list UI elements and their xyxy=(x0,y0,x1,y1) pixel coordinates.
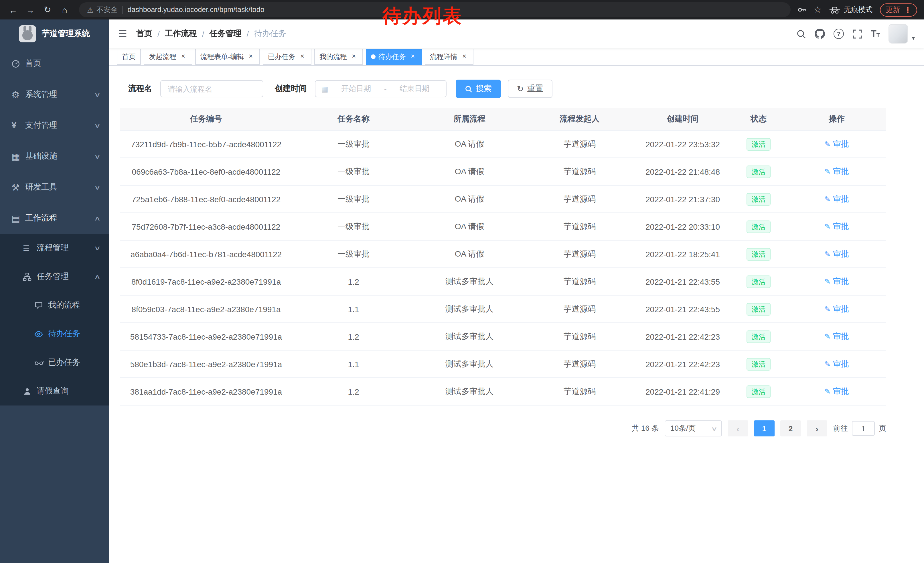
tab-home[interactable]: 首页 xyxy=(117,49,141,65)
tab-label: 我的流程 xyxy=(320,52,347,62)
page-button-2[interactable]: 2 xyxy=(780,420,801,437)
sidebar-label: 首页 xyxy=(25,59,100,69)
sidebar-label: 基础设施 xyxy=(25,151,95,162)
approve-button[interactable]: ✎ 审批 xyxy=(824,276,849,287)
table-row: 580e1b3d-7ac8-11ec-a9e2-a2380e71991a 1.1… xyxy=(120,350,886,378)
close-icon[interactable]: × xyxy=(460,53,468,61)
breadcrumb-home[interactable]: 首页 xyxy=(136,29,152,39)
bookmark-star-icon[interactable]: ☆ xyxy=(814,5,822,15)
forward-icon[interactable]: → xyxy=(23,2,38,17)
action-cell: ✎ 审批 xyxy=(787,268,886,295)
sidebar-item-payment[interactable]: ¥ 支付管理 ∨ xyxy=(0,110,109,141)
action-cell: ✎ 审批 xyxy=(787,323,886,350)
breadcrumb-task-mgmt[interactable]: 任务管理 xyxy=(210,29,242,39)
status-badge: 激活 xyxy=(747,165,771,178)
approve-button[interactable]: ✎ 审批 xyxy=(824,331,849,342)
menu-dots-icon[interactable]: ⋮ xyxy=(904,6,911,14)
search-icon[interactable] xyxy=(796,29,806,39)
hamburger-icon[interactable]: ☰ xyxy=(118,27,127,40)
font-size-icon[interactable]: TT xyxy=(871,29,880,38)
tab-process-form-edit[interactable]: 流程表单-编辑 × xyxy=(195,49,260,65)
status-badge: 激活 xyxy=(747,330,771,343)
sidebar-item-workflow[interactable]: ▤ 工作流程 ∧ xyxy=(0,203,109,234)
created-time-cell: 2022-01-21 22:42:23 xyxy=(636,350,730,378)
update-button[interactable]: 更新 ⋮ xyxy=(880,3,917,17)
goto-page-input[interactable] xyxy=(852,421,875,436)
page-button-1[interactable]: 1 xyxy=(754,420,775,437)
approve-button[interactable]: ✎ 审批 xyxy=(824,304,849,314)
range-separator: - xyxy=(384,84,387,93)
sidebar-item-devtools[interactable]: ⚒ 研发工具 ∨ xyxy=(0,172,109,203)
approve-button[interactable]: ✎ 审批 xyxy=(824,167,849,177)
divider xyxy=(122,6,123,14)
approve-button[interactable]: ✎ 审批 xyxy=(824,221,849,232)
tab-done-task[interactable]: 已办任务 × xyxy=(263,49,311,65)
address-bar[interactable]: ⚠ 不安全 dashboard.yudao.iocoder.cn/bpm/tas… xyxy=(79,2,790,17)
incognito-badge: 无痕模式 xyxy=(829,5,873,15)
task-id-cell: 580e1b3d-7ac8-11ec-a9e2-a2380e71991a xyxy=(120,350,292,378)
tab-todo-task[interactable]: 待办任务 × xyxy=(366,49,422,65)
close-icon[interactable]: × xyxy=(179,53,187,61)
search-button[interactable]: 搜索 xyxy=(456,80,501,98)
task-name-cell: 一级审批 xyxy=(292,213,415,240)
action-cell: ✎ 审批 xyxy=(787,158,886,185)
reset-button[interactable]: ↻ 重置 xyxy=(508,80,552,98)
approve-button[interactable]: ✎ 审批 xyxy=(824,139,849,149)
tab-process-detail[interactable]: 流程详情 × xyxy=(425,49,474,65)
github-icon[interactable] xyxy=(814,29,825,39)
sidebar-label: 我的流程 xyxy=(48,300,100,311)
table-row: 069c6a63-7b8a-11ec-8ef0-acde48001122 一级审… xyxy=(120,158,886,185)
close-icon[interactable]: × xyxy=(298,53,306,61)
page-content: 流程名 创建时间 ▦ 开始日期 - 结束日期 搜索 xyxy=(109,66,924,563)
prev-page-button[interactable]: ‹ xyxy=(728,420,748,437)
page-size-select[interactable]: 10条/页 ∨ xyxy=(664,420,722,437)
date-range-picker[interactable]: ▦ 开始日期 - 结束日期 xyxy=(315,80,447,98)
sidebar-item-done-task[interactable]: 已办任务 xyxy=(0,348,109,377)
tab-my-process[interactable]: 我的流程 × xyxy=(314,49,363,65)
caret-down-icon[interactable]: ▾ xyxy=(912,35,915,41)
tab-start-process[interactable]: 发起流程 × xyxy=(144,49,192,65)
breadcrumb-workflow[interactable]: 工作流程 xyxy=(165,29,197,39)
task-id-cell: a6aba0a4-7b6d-11ec-b781-acde48001122 xyxy=(120,240,292,268)
process-name-input[interactable] xyxy=(160,80,263,98)
sidebar-item-process-mgmt[interactable]: ☰ 流程管理 ∨ xyxy=(0,234,109,262)
sidebar-item-infra[interactable]: ▦ 基础设施 ∨ xyxy=(0,141,109,172)
fullscreen-icon[interactable] xyxy=(852,29,862,39)
task-name-cell: 一级审批 xyxy=(292,130,415,158)
close-icon[interactable]: × xyxy=(350,53,358,61)
sidebar-item-home[interactable]: 首页 xyxy=(0,48,109,79)
approve-label: 审批 xyxy=(833,276,849,287)
home-icon[interactable]: ⌂ xyxy=(57,2,72,17)
close-icon[interactable]: × xyxy=(247,53,255,61)
breadcrumb-separator: / xyxy=(202,29,204,38)
status-badge: 激活 xyxy=(747,385,771,398)
initiator-cell: 芋道源码 xyxy=(524,378,636,405)
app-logo[interactable]: 芋道管理系统 xyxy=(0,20,109,48)
close-icon[interactable]: × xyxy=(409,53,417,61)
sidebar-item-my-process[interactable]: 我的流程 xyxy=(0,291,109,320)
sidebar-item-system[interactable]: ⚙ 系统管理 ∨ xyxy=(0,79,109,110)
avatar[interactable] xyxy=(888,24,908,44)
approve-button[interactable]: ✎ 审批 xyxy=(824,386,849,396)
reload-icon[interactable]: ↻ xyxy=(40,2,55,17)
chevron-down-icon: ∨ xyxy=(94,244,101,252)
table-row: a6aba0a4-7b6d-11ec-b781-acde48001122 一级审… xyxy=(120,240,886,268)
help-icon[interactable]: ? xyxy=(834,29,844,39)
chevron-down-icon: ∨ xyxy=(94,122,101,129)
sidebar-item-todo-task[interactable]: 待办任务 xyxy=(0,320,109,348)
status-cell: 激活 xyxy=(730,130,787,158)
security-chip[interactable]: ⚠ 不安全 xyxy=(87,5,118,15)
approve-button[interactable]: ✎ 审批 xyxy=(824,249,849,259)
initiator-cell: 芋道源码 xyxy=(524,240,636,268)
sidebar-item-leave-query[interactable]: 请假查询 xyxy=(0,377,109,405)
key-icon[interactable] xyxy=(797,5,806,14)
sidebar-item-task-mgmt[interactable]: 任务管理 ∧ xyxy=(0,262,109,291)
created-time-cell: 2022-01-22 18:25:41 xyxy=(636,240,730,268)
approve-button[interactable]: ✎ 审批 xyxy=(824,359,849,369)
task-name-cell: 一级审批 xyxy=(292,240,415,268)
table-row: 381aa1dd-7ac8-11ec-a9e2-a2380e71991a 1.2… xyxy=(120,378,886,405)
approve-button[interactable]: ✎ 审批 xyxy=(824,194,849,204)
next-page-button[interactable]: › xyxy=(807,420,827,437)
back-icon[interactable]: ← xyxy=(6,2,21,17)
goto-label: 前往 xyxy=(833,423,848,434)
